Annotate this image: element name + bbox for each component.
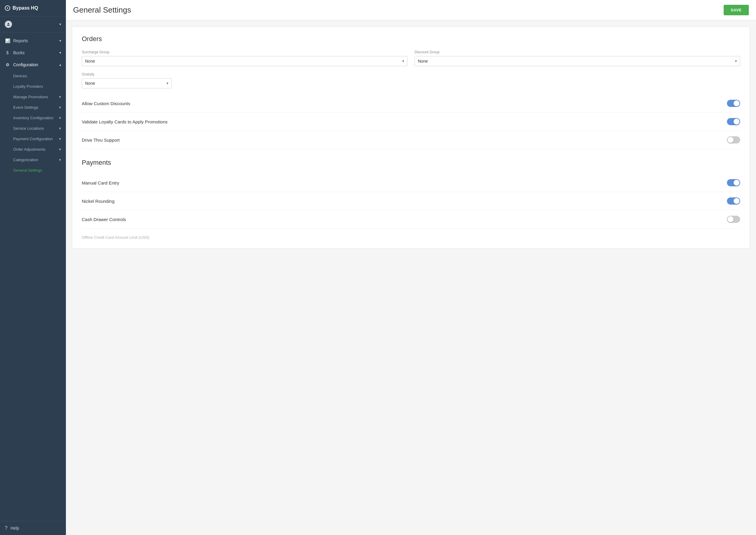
reports-chevron-icon: ▾ (59, 39, 61, 43)
validate-loyalty-cards-label: Validate Loyalty Cards to Apply Promotio… (82, 119, 168, 124)
page-header: General Settings SAVE (66, 0, 756, 20)
help-icon: ? (5, 525, 8, 531)
discount-group-chevron-icon: ▾ (735, 59, 737, 63)
sidebar-nav: 📊 Reports ▾ $ Bucks ▾ ⚙ Configuration ▴ … (0, 32, 66, 521)
sidebar-item-inventory-configuration-label: Inventory Configuration (13, 116, 53, 120)
sidebar-item-order-adjustments-label: Order Adjustments (13, 147, 45, 152)
cash-drawer-controls-toggle[interactable] (727, 216, 740, 223)
help-label: Help (11, 526, 19, 530)
nickel-rounding-label: Nickel Rounding (82, 199, 114, 204)
gratuity-label: Gratuity (82, 72, 172, 76)
gratuity-chevron-icon: ▾ (167, 81, 168, 85)
sidebar-item-manage-promotions[interactable]: Manage Promotions ▾ (0, 92, 66, 102)
allow-custom-discounts-row: Allow Custom Discounts (82, 94, 740, 113)
cash-drawer-controls-row: Cash Drawer Controls (82, 210, 740, 229)
validate-loyalty-cards-row: Validate Loyalty Cards to Apply Promotio… (82, 113, 740, 131)
categorization-chevron-icon: ▾ (59, 157, 61, 162)
user-chevron-icon: ▾ (59, 22, 61, 26)
drive-thru-support-row: Drive Thru Support (82, 131, 740, 149)
help-item[interactable]: ? Help (0, 521, 66, 535)
configuration-icon: ⚙ (5, 62, 10, 67)
sidebar-item-categorization-label: Categorization (13, 157, 38, 162)
surcharge-group-value: None (85, 59, 95, 64)
page-title: General Settings (73, 5, 131, 15)
sidebar-item-categorization[interactable]: Categorization ▾ (0, 155, 66, 165)
app-name: Bypass HQ (13, 5, 38, 11)
drive-thru-support-track (727, 136, 740, 144)
surcharge-group-chevron-icon: ▾ (402, 59, 404, 63)
allow-custom-discounts-label: Allow Custom Discounts (82, 101, 130, 106)
sidebar-item-reports[interactable]: 📊 Reports ▾ (0, 35, 66, 47)
manual-card-entry-track (727, 179, 740, 186)
manual-card-entry-toggle[interactable] (727, 179, 740, 186)
cash-drawer-controls-track (727, 216, 740, 223)
sidebar-item-manage-promotions-label: Manage Promotions (13, 95, 48, 99)
validate-loyalty-cards-toggle[interactable] (727, 118, 740, 125)
offline-credit-card-limit-label: Offline Credit Card Amount Limit (USD) (82, 235, 150, 239)
nickel-rounding-toggle[interactable] (727, 197, 740, 205)
allow-custom-discounts-track (727, 100, 740, 107)
sidebar: Bypass HQ ▾ 📊 Reports ▾ $ Bucks ▾ ⚙ Conf… (0, 0, 66, 535)
manual-card-entry-row: Manual Card Entry (82, 174, 740, 192)
sidebar-item-configuration-label: Configuration (13, 62, 38, 67)
bucks-icon: $ (5, 50, 10, 55)
manual-card-entry-label: Manual Card Entry (82, 180, 119, 185)
allow-custom-discounts-toggle[interactable] (727, 100, 740, 107)
bucks-chevron-icon: ▾ (59, 51, 61, 55)
sidebar-item-order-adjustments[interactable]: Order Adjustments ▾ (0, 144, 66, 155)
discount-group-label: Discount Group (414, 50, 740, 54)
surcharge-group-label: Surcharge Group (82, 50, 407, 54)
sidebar-item-bucks[interactable]: $ Bucks ▾ (0, 47, 66, 59)
gratuity-select[interactable]: None ▾ (82, 78, 172, 88)
nickel-rounding-track (727, 197, 740, 205)
payment-configuration-chevron-icon: ▾ (59, 137, 61, 141)
discount-group-select[interactable]: None ▾ (414, 56, 740, 66)
cash-drawer-controls-thumb (728, 216, 734, 222)
sidebar-item-reports-label: Reports (13, 38, 28, 43)
cash-drawer-controls-label: Cash Drawer Controls (82, 217, 126, 222)
validate-loyalty-cards-thumb (734, 119, 740, 125)
drive-thru-support-thumb (728, 137, 734, 143)
sidebar-item-loyalty-providers-label: Loyalty Providers (13, 84, 43, 89)
gratuity-row: Gratuity None ▾ (82, 72, 740, 88)
app-logo[interactable]: Bypass HQ (0, 0, 66, 16)
nickel-rounding-thumb (734, 198, 740, 204)
nickel-rounding-row: Nickel Rounding (82, 192, 740, 210)
page-content: Orders Surcharge Group None ▾ Discount G… (66, 20, 756, 255)
reports-icon: 📊 (5, 38, 10, 43)
user-menu[interactable]: ▾ (0, 16, 66, 32)
inventory-configuration-chevron-icon: ▾ (59, 116, 61, 120)
sidebar-item-general-settings-label: General Settings (13, 168, 42, 173)
gratuity-value: None (85, 81, 95, 86)
sidebar-item-loyalty-providers[interactable]: Loyalty Providers (0, 81, 66, 92)
gratuity-field: Gratuity None ▾ (82, 72, 172, 88)
service-locations-chevron-icon: ▾ (59, 126, 61, 130)
sidebar-item-inventory-configuration[interactable]: Inventory Configuration ▾ (0, 113, 66, 123)
discount-group-field: Discount Group None ▾ (414, 50, 740, 66)
order-adjustments-chevron-icon: ▾ (59, 147, 61, 152)
payments-section-title: Payments (82, 159, 740, 167)
save-button[interactable]: SAVE (724, 5, 749, 15)
main-content: General Settings SAVE Orders Surcharge G… (66, 0, 756, 535)
sidebar-item-devices-label: Devices (13, 74, 27, 78)
sidebar-item-payment-configuration[interactable]: Payment Configuration ▾ (0, 134, 66, 144)
drive-thru-support-toggle[interactable] (727, 136, 740, 144)
user-avatar (5, 21, 12, 28)
discount-group-value: None (418, 59, 428, 64)
surcharge-group-select[interactable]: None ▾ (82, 56, 407, 66)
drive-thru-support-label: Drive Thru Support (82, 137, 120, 143)
person-icon (6, 22, 11, 26)
sidebar-item-devices[interactable]: Devices (0, 71, 66, 81)
logo-icon (5, 5, 10, 11)
manage-promotions-chevron-icon: ▾ (59, 95, 61, 99)
orders-section-title: Orders (82, 35, 740, 43)
sidebar-item-configuration[interactable]: ⚙ Configuration ▴ (0, 59, 66, 71)
sidebar-item-event-settings-label: Event Settings (13, 105, 38, 110)
allow-custom-discounts-thumb (734, 100, 740, 106)
sidebar-item-service-locations-label: Service Locations (13, 126, 44, 130)
sidebar-item-general-settings[interactable]: General Settings (0, 165, 66, 176)
sidebar-item-event-settings[interactable]: Event Settings ▾ (0, 102, 66, 113)
settings-card: Orders Surcharge Group None ▾ Discount G… (72, 26, 750, 249)
event-settings-chevron-icon: ▾ (59, 105, 61, 110)
sidebar-item-service-locations[interactable]: Service Locations ▾ (0, 123, 66, 134)
